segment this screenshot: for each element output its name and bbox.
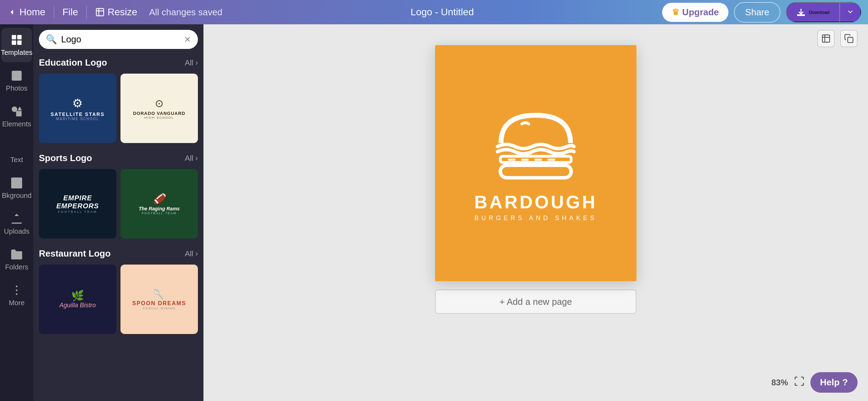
elements-icon [10, 105, 23, 118]
search-icon: 🔍 [46, 34, 57, 45]
photos-icon [10, 69, 23, 82]
resize-label: Resize [108, 7, 137, 18]
canvas-copy-button[interactable] [840, 30, 858, 47]
logo-tagline: BURGERS AND SHAKES [474, 215, 597, 222]
download-main-button[interactable]: Download [786, 2, 840, 22]
document-title: Logo - Untitled [411, 7, 474, 18]
svg-rect-0 [96, 9, 103, 16]
copy-icon [844, 34, 854, 43]
svg-rect-4 [17, 41, 22, 45]
upgrade-button[interactable]: ♛ Upgrade [662, 3, 728, 22]
zoom-level: 83% [771, 378, 788, 387]
chevron-right-icon3: › [195, 249, 198, 258]
template-spoon-dreams[interactable]: 🥄 SPOON DREAMS CASUAL DINING [120, 265, 198, 334]
svg-rect-2 [17, 35, 22, 40]
svg-rect-17 [521, 159, 529, 161]
download-label: Download [809, 10, 829, 15]
chevron-right-icon: › [195, 58, 198, 67]
chevron-right-icon2: › [195, 154, 198, 163]
fullscreen-button[interactable] [794, 376, 805, 389]
sidebar-item-folders[interactable]: Folders [1, 242, 32, 277]
file-menu-button[interactable]: File [62, 7, 78, 18]
topbar-divider [54, 6, 54, 18]
svg-rect-9 [11, 177, 22, 189]
education-logo-title: Education Logo [39, 57, 107, 68]
sidebar: Templates Photos Elements Text Bkground … [0, 24, 33, 401]
sidebar-uploads-label: Uploads [4, 227, 29, 235]
sidebar-item-text[interactable]: Text [1, 135, 32, 169]
more-icon [10, 284, 23, 297]
chevron-down-icon [846, 8, 854, 16]
svg-point-6 [14, 73, 16, 75]
add-page-button[interactable]: + Add a new page [435, 290, 636, 314]
template-dorado-vanguard[interactable]: ⊙ DORADO VANGUARD HIGH SCHOOL [120, 74, 198, 143]
collapse-panel-button[interactable]: ‹ [202, 202, 203, 223]
sidebar-background-label: Bkground [2, 192, 32, 200]
fullscreen-icon [794, 376, 805, 387]
restaurant-section-header: Restaurant Logo All › [39, 248, 198, 259]
help-button[interactable]: Help ? [810, 372, 858, 393]
templates-icon [10, 33, 23, 47]
sidebar-elements-label: Elements [2, 120, 31, 128]
svg-rect-3 [12, 41, 16, 45]
templates-panel: 🔍 ✕ Education Logo All › ⚙ SATELLITE STA… [33, 24, 203, 401]
topbar-divider2 [86, 6, 87, 18]
canvas-toolbar [817, 30, 858, 47]
home-button[interactable]: Home [7, 7, 45, 18]
template-empire-emperors[interactable]: EMPIREEMPERORS FOOTBALL TEAM [39, 169, 116, 239]
svg-rect-13 [823, 35, 830, 42]
download-dropdown-button[interactable] [840, 2, 861, 22]
saved-indicator: All changes saved [149, 7, 222, 18]
education-all-link[interactable]: All › [185, 58, 198, 67]
sidebar-item-photos[interactable]: Photos [1, 64, 32, 98]
template-satellite-stars[interactable]: ⚙ SATELLITE STARS MARITIME SCHOOL [39, 74, 116, 143]
sidebar-item-background[interactable]: Bkground [1, 171, 32, 205]
help-label: Help [820, 377, 840, 388]
restaurant-logo-title: Restaurant Logo [39, 248, 111, 259]
home-label: Home [19, 7, 45, 18]
folders-icon [10, 248, 23, 261]
sidebar-item-uploads[interactable]: Uploads [1, 207, 32, 241]
canvas-frame-button[interactable] [817, 30, 835, 47]
upgrade-label: Upgrade [682, 7, 719, 18]
canvas-area: BARDOUGH BURGERS AND SHAKES + Add a new … [203, 24, 868, 401]
text-icon [10, 141, 23, 154]
resize-icon [95, 7, 105, 17]
frame-icon [821, 34, 831, 43]
sidebar-item-more[interactable]: More [1, 278, 32, 312]
uploads-icon [10, 212, 23, 225]
download-icon [796, 8, 806, 17]
resize-button[interactable]: Resize [95, 7, 137, 18]
sidebar-item-elements[interactable]: Elements [1, 99, 32, 134]
svg-rect-20 [500, 165, 571, 178]
sidebar-item-templates[interactable]: Templates [1, 28, 32, 62]
sidebar-text-label: Text [10, 156, 23, 164]
svg-point-11 [16, 290, 18, 291]
sports-all-link[interactable]: All › [185, 154, 198, 163]
template-aguilla-bistro[interactable]: 🌿 Aguilla Bistro [39, 265, 116, 334]
education-templates-grid: ⚙ SATELLITE STARS MARITIME SCHOOL ⊙ DORA… [39, 74, 198, 143]
svg-point-10 [16, 286, 18, 287]
restaurant-templates-grid: 🌿 Aguilla Bistro 🥄 SPOON DREAMS CASUAL D… [39, 265, 198, 334]
crown-icon: ♛ [672, 7, 679, 17]
search-input[interactable] [61, 34, 180, 45]
sports-section-header: Sports Logo All › [39, 153, 198, 164]
sidebar-templates-label: Templates [1, 49, 32, 57]
download-button-group: Download [786, 2, 861, 22]
sports-templates-grid: EMPIREEMPERORS FOOTBALL TEAM 🏈 The Ragin… [39, 169, 198, 239]
svg-rect-16 [508, 159, 516, 161]
svg-point-12 [16, 293, 18, 295]
topbar: Home File Resize All changes saved Logo … [0, 0, 868, 24]
svg-rect-1 [12, 35, 16, 40]
sidebar-photos-label: Photos [6, 84, 27, 92]
clear-search-icon[interactable]: ✕ [184, 35, 191, 44]
share-button[interactable]: Share [734, 2, 780, 23]
logo-canvas[interactable]: BARDOUGH BURGERS AND SHAKES [435, 45, 636, 281]
svg-rect-18 [534, 159, 542, 161]
svg-rect-19 [548, 159, 555, 161]
svg-rect-8 [16, 111, 22, 116]
search-bar: 🔍 ✕ [39, 30, 198, 49]
template-raging-rams[interactable]: 🏈 The Raging Rams FOOTBALL TEAM [120, 169, 198, 239]
background-icon [10, 176, 23, 190]
restaurant-all-link[interactable]: All › [185, 249, 198, 258]
